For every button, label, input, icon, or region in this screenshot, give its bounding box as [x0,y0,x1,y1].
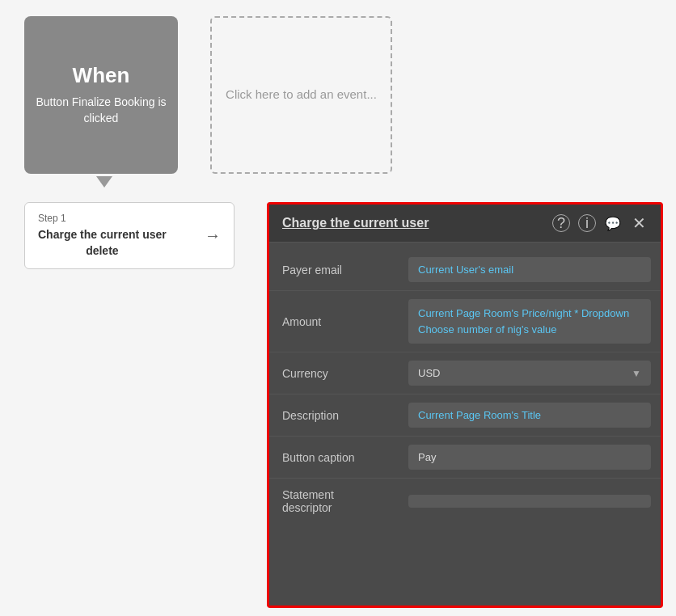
form-row-amount: Amount Current Page Room's Price/night *… [269,291,661,352]
add-event-block[interactable]: Click here to add an event... [210,16,392,174]
form-row-button-caption: Button caption Pay [269,437,661,479]
form-row-statement-descriptor: Statement descriptor [269,479,661,524]
step-main: Charge the current user delete [38,227,167,259]
chevron-down-icon: ▼ [632,368,641,379]
description-pill[interactable]: Current Page Room's Title [408,403,651,428]
currency-value: USD [418,367,440,379]
value-payer-email[interactable]: Current User's email [399,249,661,290]
form-row-currency: Currency USD ▼ [269,352,661,394]
canvas: When Button Finalize Booking is clicked … [0,0,676,616]
panel-icons: ? i 💬 ✕ [552,214,648,232]
step-container[interactable]: Step 1 Charge the current user delete → [24,202,234,269]
info-icon[interactable]: i [578,214,596,232]
value-description[interactable]: Current Page Room's Title [399,394,661,436]
label-statement-descriptor: Statement descriptor [269,479,399,524]
panel-header: Charge the current user ? i 💬 ✕ [269,205,661,243]
panel-title: Charge the current user [282,216,429,230]
when-subtitle: Button Finalize Booking is clicked [24,95,178,126]
step-content: Step 1 Charge the current user delete [38,213,167,259]
label-currency: Currency [269,352,399,394]
currency-select[interactable]: USD ▼ [408,361,651,386]
step-label: Step 1 [38,213,167,224]
when-block: When Button Finalize Booking is clicked [24,16,178,174]
label-button-caption: Button caption [269,437,399,478]
label-description: Description [269,394,399,436]
help-icon[interactable]: ? [552,214,570,232]
add-event-text: Click here to add an event... [226,86,377,104]
form-body: Payer email Current User's email Amount … [269,243,661,530]
payer-email-pill[interactable]: Current User's email [408,257,651,282]
close-icon[interactable]: ✕ [630,214,648,232]
label-payer-email: Payer email [269,249,399,290]
when-title: When [73,63,130,88]
step-main-line2: delete [86,244,118,257]
statement-descriptor-input[interactable] [408,495,651,508]
label-amount: Amount [269,291,399,352]
chat-icon[interactable]: 💬 [604,214,622,232]
button-caption-input[interactable]: Pay [408,445,651,470]
charge-panel: Charge the current user ? i 💬 ✕ Payer em… [267,202,663,608]
form-row-payer-email: Payer email Current User's email [269,249,661,291]
amount-pill[interactable]: Current Page Room's Price/night * Dropdo… [408,299,651,344]
value-amount[interactable]: Current Page Room's Price/night * Dropdo… [399,291,661,352]
value-statement-descriptor[interactable] [399,479,661,524]
step-main-line1: Charge the current user [38,228,167,241]
value-currency[interactable]: USD ▼ [399,352,661,394]
value-button-caption[interactable]: Pay [399,437,661,478]
form-row-description: Description Current Page Room's Title [269,394,661,437]
step-arrow-icon: → [205,226,221,245]
arrow-down-icon [96,176,112,188]
